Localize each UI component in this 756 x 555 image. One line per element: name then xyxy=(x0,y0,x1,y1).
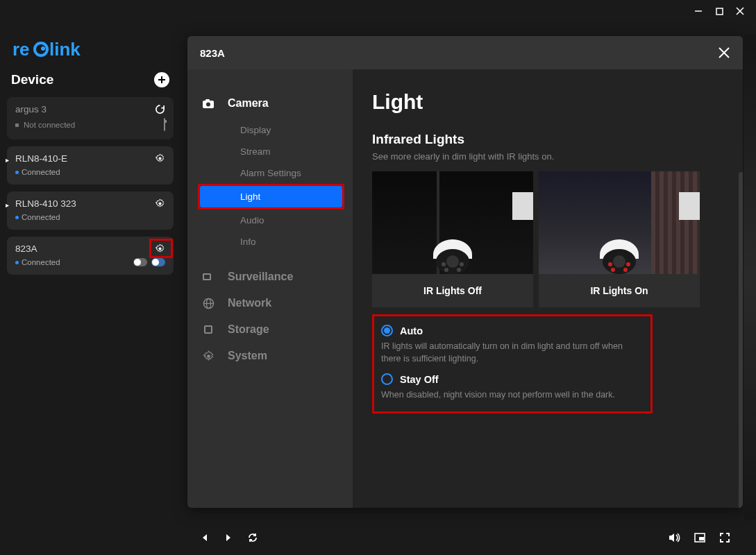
volume-icon[interactable] xyxy=(668,532,680,543)
pip-icon[interactable] xyxy=(694,533,705,543)
section-desc: See more clearly in dim light with IR li… xyxy=(372,151,743,162)
svg-point-29 xyxy=(460,262,464,266)
device-list-title: Device xyxy=(11,72,53,87)
maximize-icon[interactable] xyxy=(714,6,724,16)
nav-label: Surveillance xyxy=(228,271,293,283)
device-card-823a[interactable]: 823A Connected xyxy=(7,237,174,275)
nav-camera[interactable]: Camera xyxy=(187,90,353,117)
annotation-highlight: Light xyxy=(198,184,344,210)
preview-ir-on[interactable]: IR Lights On xyxy=(539,171,700,307)
svg-rect-1 xyxy=(716,8,723,15)
svg-point-12 xyxy=(158,247,161,250)
globe-icon xyxy=(201,298,215,309)
preview-ir-off[interactable]: IR Lights Off xyxy=(372,171,533,307)
radio-label: Auto xyxy=(400,325,423,336)
next-icon[interactable] xyxy=(224,533,233,543)
svg-text:link: link xyxy=(49,39,81,60)
camera-icon xyxy=(201,99,215,109)
viewport-scrollbar[interactable] xyxy=(744,35,756,520)
device-status: Connected xyxy=(22,168,60,176)
nav-sub-alarm-settings[interactable]: Alarm Settings xyxy=(200,162,340,184)
nav-label: Camera xyxy=(228,97,269,110)
device-card-argus3[interactable]: argus 3 Not connected xyxy=(7,97,174,139)
window-controls xyxy=(682,0,756,22)
device-toggles[interactable] xyxy=(133,258,165,266)
content-scrollbar[interactable] xyxy=(739,172,743,508)
svg-point-33 xyxy=(613,255,625,268)
add-device-button[interactable] xyxy=(154,72,169,87)
svg-point-28 xyxy=(442,262,446,266)
nav-label: System xyxy=(228,350,267,362)
radio-desc: IR lights will automatically turn on in … xyxy=(381,341,641,365)
storage-icon xyxy=(201,324,215,335)
svg-rect-19 xyxy=(204,275,210,279)
overlay-title: 823A xyxy=(200,47,225,59)
nav-surveillance[interactable]: Surveillance xyxy=(187,264,353,290)
svg-point-34 xyxy=(608,262,612,266)
device-name: argus 3 xyxy=(15,104,47,114)
expand-caret-icon[interactable]: ▸ xyxy=(6,156,9,164)
svg-point-27 xyxy=(446,255,459,268)
svg-point-36 xyxy=(611,268,615,272)
nav-sub-info[interactable]: Info xyxy=(200,231,340,253)
close-overlay-icon[interactable] xyxy=(718,46,730,59)
gear-icon[interactable] xyxy=(155,198,165,209)
radio-desc: When disabled, night vision may not perf… xyxy=(381,389,641,402)
svg-rect-39 xyxy=(699,537,704,540)
annotation-highlight: Auto IR lights will automatically turn o… xyxy=(372,314,653,413)
refresh-icon[interactable] xyxy=(155,104,165,114)
radio-stay-off[interactable]: Stay Off xyxy=(381,373,641,385)
overlay-header: 823A xyxy=(187,36,743,69)
section-title: Infrared Lights xyxy=(372,132,743,147)
settings-content: Light Infrared Lights See more clearly i… xyxy=(353,69,743,508)
player-controls xyxy=(187,526,743,549)
svg-point-5 xyxy=(35,43,47,56)
device-status: Connected xyxy=(22,258,60,266)
svg-point-31 xyxy=(457,268,461,272)
close-icon[interactable] xyxy=(735,6,745,16)
svg-point-25 xyxy=(207,355,210,358)
minimize-icon[interactable] xyxy=(694,6,703,16)
radio-label: Stay Off xyxy=(400,374,439,385)
preview-caption: IR Lights Off xyxy=(372,274,533,307)
expand-caret-icon[interactable]: ▸ xyxy=(6,201,9,209)
device-name: RLN8-410-E xyxy=(15,153,67,164)
device-status: Not connected xyxy=(24,121,75,129)
sync-icon[interactable] xyxy=(247,532,258,543)
svg-text:re: re xyxy=(12,39,30,60)
nav-sub-stream[interactable]: Stream xyxy=(200,141,340,162)
prev-icon[interactable] xyxy=(200,533,210,543)
battery-icon xyxy=(164,119,165,131)
device-card-rln8-410-e[interactable]: ▸ RLN8-410-E Connected xyxy=(7,146,174,185)
preview-caption: IR Lights On xyxy=(539,274,700,307)
device-name: RLN8-410 323 xyxy=(15,198,76,209)
svg-point-6 xyxy=(41,46,45,51)
page-title: Light xyxy=(372,90,743,114)
gear-icon[interactable] xyxy=(155,244,165,254)
nav-label: Network xyxy=(228,297,271,309)
device-status: Connected xyxy=(22,213,60,221)
nav-sub-display[interactable]: Display xyxy=(200,119,340,141)
fullscreen-icon[interactable] xyxy=(719,532,730,543)
device-name: 823A xyxy=(15,244,37,254)
device-card-rln8-410-323[interactable]: ▸ RLN8-410 323 Connected xyxy=(7,191,174,230)
svg-point-37 xyxy=(623,268,628,272)
svg-rect-24 xyxy=(205,327,211,332)
device-list-header: Device xyxy=(7,72,174,97)
device-sidebar: re link Device argus 3 Not connected ▸ R… xyxy=(0,28,180,527)
dome-camera-icon xyxy=(423,227,482,274)
nav-label: Storage xyxy=(228,323,269,336)
nav-sub-light[interactable]: Light xyxy=(200,186,342,207)
nav-network[interactable]: Network xyxy=(187,290,353,316)
nav-storage[interactable]: Storage xyxy=(187,316,353,343)
nav-sub-audio[interactable]: Audio xyxy=(200,210,340,231)
nav-system[interactable]: System xyxy=(187,343,353,369)
radio-auto[interactable]: Auto xyxy=(381,325,641,336)
svg-point-30 xyxy=(444,268,448,272)
settings-nav: Camera Display Stream Alarm Settings Lig… xyxy=(187,69,353,508)
svg-point-11 xyxy=(158,202,161,205)
gear-icon[interactable] xyxy=(155,153,165,164)
svg-point-17 xyxy=(206,102,210,106)
svg-point-35 xyxy=(626,262,630,266)
ir-preview-row: IR Lights Off xyxy=(372,171,743,307)
